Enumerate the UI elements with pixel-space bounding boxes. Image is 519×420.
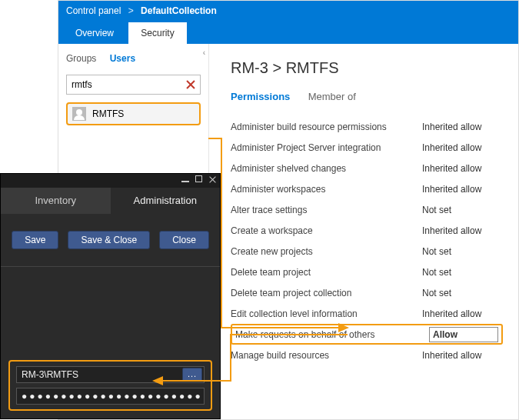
tab-security[interactable]: Security xyxy=(128,22,186,44)
permission-value: Inherited allow xyxy=(422,122,503,132)
tab-users[interactable]: Users xyxy=(110,53,135,64)
maximize-icon[interactable] xyxy=(195,175,202,182)
permission-value: Inherited allow xyxy=(422,184,503,195)
permission-value: Not set xyxy=(422,267,503,278)
permission-value: Inherited allow xyxy=(422,142,503,153)
tab-administration[interactable]: Administration xyxy=(111,188,221,214)
breadcrumb-separator: > xyxy=(128,5,134,16)
permission-name: Make requests on behalf of others xyxy=(235,329,429,340)
credential-username-value: RM-3\RMTFS xyxy=(22,369,78,380)
permission-name: Administer build resource permissions xyxy=(231,122,422,132)
breadcrumb: Control panel > DefaultCollection xyxy=(58,1,518,21)
permission-row[interactable]: Create a workspaceInherited allow xyxy=(231,220,503,241)
breadcrumb-root[interactable]: Control panel xyxy=(66,5,121,16)
permission-name: Delete team project collection xyxy=(231,288,422,298)
permission-row[interactable]: Administer build resource permissionsInh… xyxy=(231,116,503,137)
permission-value: Not set xyxy=(422,246,503,257)
search-input[interactable] xyxy=(67,75,200,94)
permission-value: Inherited allow xyxy=(422,308,503,319)
permissions-list: Administer build resource permissionsInh… xyxy=(231,116,503,365)
permission-name: Administer shelved changes xyxy=(231,163,422,174)
permission-row[interactable]: Manage build resourcesInherited allow xyxy=(231,345,503,365)
tab-permissions[interactable]: Permissions xyxy=(231,91,290,102)
save-button[interactable]: Save xyxy=(12,231,58,249)
user-icon xyxy=(72,107,86,121)
permission-name: Alter trace settings xyxy=(231,205,422,215)
permission-row[interactable]: Make requests on behalf of othersAllow xyxy=(231,324,503,345)
tab-overview[interactable]: Overview xyxy=(63,22,126,44)
user-name: RMTFS xyxy=(92,108,124,119)
tab-member-of[interactable]: Member of xyxy=(308,91,356,102)
header: Control panel > DefaultCollection Overvi… xyxy=(58,1,518,44)
user-list-item[interactable]: RMTFS xyxy=(66,102,201,125)
permission-row[interactable]: Delete team project collectionNot set xyxy=(231,282,503,303)
permission-row[interactable]: Edit collection level informationInherit… xyxy=(231,303,503,324)
close-button[interactable]: Close xyxy=(159,231,209,249)
permission-row[interactable]: Delete team projectNot set xyxy=(231,262,503,282)
permission-row[interactable]: Administer workspacesInherited allow xyxy=(231,178,503,199)
clear-search-icon[interactable] xyxy=(185,78,197,91)
collapse-panel-icon[interactable]: ‹ xyxy=(203,48,205,57)
credential-username-field[interactable]: RM-3\RMTFS ... xyxy=(16,366,205,383)
permission-name: Edit collection level information xyxy=(231,308,422,319)
credentials-box: RM-3\RMTFS ... ●●●●●●●●●●●●●●●●●●●●●●● xyxy=(8,360,212,411)
permission-row[interactable]: Administer shelved changesInherited allo… xyxy=(231,158,503,178)
permission-name: Create a workspace xyxy=(231,225,422,236)
permission-value[interactable]: Allow xyxy=(429,327,498,342)
permission-value: Inherited allow xyxy=(422,225,503,236)
dialog-titlebar[interactable] xyxy=(1,174,220,188)
credential-password-mask: ●●●●●●●●●●●●●●●●●●●●●●● xyxy=(22,391,203,402)
search-input-wrap xyxy=(66,75,201,95)
permission-row[interactable]: Create new projectsNot set xyxy=(231,241,503,262)
permission-name: Administer Project Server integration xyxy=(231,142,422,153)
page-title: RM-3 > RMTFS xyxy=(231,59,503,77)
permission-row[interactable]: Administer Project Server integrationInh… xyxy=(231,137,503,158)
dark-dialog: Inventory Administration Save Save & Clo… xyxy=(0,173,221,419)
permission-value: Inherited allow xyxy=(422,350,503,361)
permission-row[interactable]: Alter trace settingsNot set xyxy=(231,199,503,220)
breadcrumb-current: DefaultCollection xyxy=(141,5,217,16)
permission-value: Inherited allow xyxy=(422,163,503,174)
save-close-button[interactable]: Save & Close xyxy=(68,231,150,249)
tab-groups[interactable]: Groups xyxy=(66,53,96,64)
permission-name: Create new projects xyxy=(231,246,422,257)
permission-value: Not set xyxy=(422,288,503,298)
permission-name: Delete team project xyxy=(231,267,422,278)
right-panel: RM-3 > RMTFS Permissions Member of Admin… xyxy=(209,44,518,419)
browse-button[interactable]: ... xyxy=(182,368,202,382)
close-icon[interactable] xyxy=(208,175,217,184)
credential-password-field[interactable]: ●●●●●●●●●●●●●●●●●●●●●●● xyxy=(16,388,205,405)
permission-name: Manage build resources xyxy=(231,350,422,361)
tab-inventory[interactable]: Inventory xyxy=(1,188,111,214)
minimize-icon[interactable] xyxy=(181,181,189,182)
permission-name: Administer workspaces xyxy=(231,184,422,195)
permission-value: Not set xyxy=(422,205,503,215)
